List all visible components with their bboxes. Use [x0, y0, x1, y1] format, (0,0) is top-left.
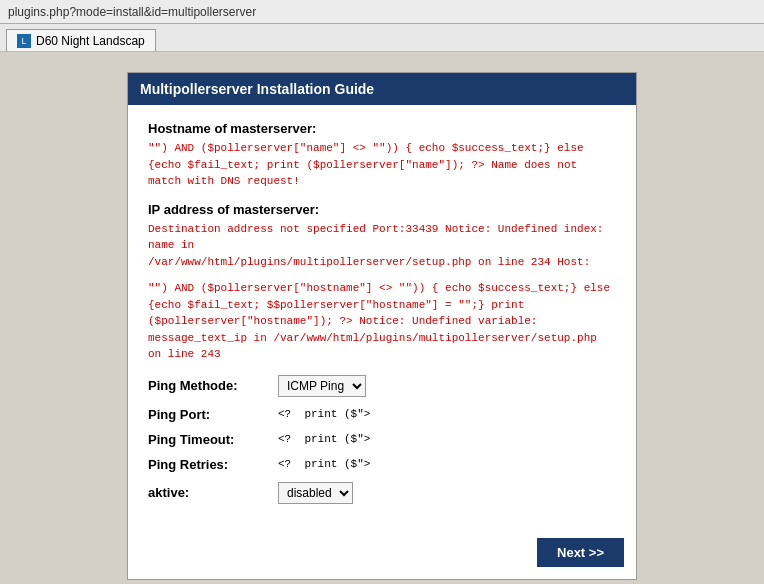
- hostname-label: Hostname of masterserver:: [148, 121, 616, 136]
- ping-timeout-row: Ping Timeout: <? print ($ ">: [148, 432, 616, 447]
- ping-method-select[interactable]: ICMP Ping TCP Ping UDP Ping: [278, 375, 366, 397]
- tab-bar: L D60 Night Landscap: [0, 24, 764, 52]
- ip-error-1: Destination address not specified Port:3…: [148, 221, 616, 271]
- panel-body: Hostname of masterserver: "") AND ($poll…: [128, 105, 636, 530]
- aktive-row: aktive: disabled enabled: [148, 482, 616, 504]
- ip-label: IP address of masterserver:: [148, 202, 616, 217]
- ping-retries-value: <? print ($: [278, 458, 357, 470]
- next-row: Next >>: [128, 530, 636, 579]
- ping-port-value: <? print ($: [278, 408, 357, 420]
- ping-timeout-close: ">: [357, 433, 370, 445]
- ping-port-row: Ping Port: <? print ($ ">: [148, 407, 616, 422]
- next-button[interactable]: Next >>: [537, 538, 624, 567]
- ping-timeout-label: Ping Timeout:: [148, 432, 278, 447]
- ping-port-label: Ping Port:: [148, 407, 278, 422]
- ping-method-row: Ping Methode: ICMP Ping TCP Ping UDP Pin…: [148, 375, 616, 397]
- ping-port-close: ">: [357, 408, 370, 420]
- aktive-label: aktive:: [148, 485, 278, 500]
- url-text: plugins.php?mode=install&id=multipollers…: [8, 5, 256, 19]
- tab-label: D60 Night Landscap: [36, 34, 145, 48]
- ip-section: IP address of masterserver: Destination …: [148, 202, 616, 363]
- hostname-error: "") AND ($pollerserver["name"] <> "")) {…: [148, 140, 616, 190]
- panel-title: Multipollerserver Installation Guide: [140, 81, 374, 97]
- ping-retries-close: ">: [357, 458, 370, 470]
- ip-error-2: "") AND ($pollerserver["hostname"] <> ""…: [148, 280, 616, 363]
- aktive-select[interactable]: disabled enabled: [278, 482, 353, 504]
- browser-tab[interactable]: L D60 Night Landscap: [6, 29, 156, 51]
- ping-retries-row: Ping Retries: <? print ($ ">: [148, 457, 616, 472]
- installation-panel: Multipollerserver Installation Guide Hos…: [127, 72, 637, 580]
- ping-timeout-value: <? print ($: [278, 433, 357, 445]
- address-bar: plugins.php?mode=install&id=multipollers…: [0, 0, 764, 24]
- ping-method-label: Ping Methode:: [148, 378, 278, 393]
- tab-icon: L: [17, 34, 31, 48]
- panel-header: Multipollerserver Installation Guide: [128, 73, 636, 105]
- hostname-section: Hostname of masterserver: "") AND ($poll…: [148, 121, 616, 190]
- ping-retries-label: Ping Retries:: [148, 457, 278, 472]
